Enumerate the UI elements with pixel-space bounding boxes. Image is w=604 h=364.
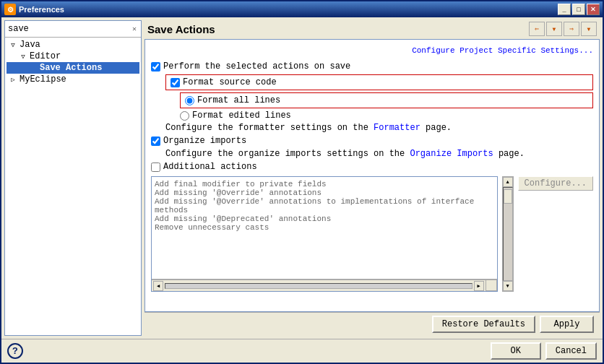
format-all-lines-label[interactable]: Format all lines (197, 95, 280, 105)
nav-forward-button[interactable]: ⇒ (564, 22, 579, 36)
nav-back-button[interactable]: ⇐ (529, 22, 545, 36)
format-all-lines-radio[interactable] (185, 96, 194, 105)
list-item: Add missing '@Override' annotations (155, 188, 494, 197)
nav-forward-dropdown[interactable]: ▼ (581, 22, 597, 36)
format-source-border: Format source code (165, 74, 593, 90)
close-button[interactable]: ✕ (587, 4, 600, 15)
tree-label-save-actions: Save Actions (38, 63, 102, 73)
list-item: Add final modifier to private fields (155, 180, 494, 188)
right-title: Save Actions (147, 23, 215, 35)
tree-label-editor: Editor (28, 51, 61, 61)
organize-imports-link[interactable]: Organize Imports (410, 149, 493, 159)
formatter-link[interactable]: Formatter (374, 123, 420, 133)
nav-back-dropdown[interactable]: ▼ (546, 22, 562, 36)
restore-defaults-button[interactable]: Restore Defaults (432, 316, 535, 333)
vertical-scrollbar[interactable]: ▲ ▼ (502, 176, 514, 292)
nav-buttons: ⇐ ▼ ⇒ ▼ (529, 22, 597, 36)
additional-actions-row: Additional actions (151, 162, 593, 172)
ok-cancel-area: OK Cancel (491, 342, 597, 360)
scroll-left-arrow[interactable]: ◀ (153, 281, 163, 291)
tree-item-myeclipse[interactable]: ▷ MyEclipse (7, 74, 139, 85)
configure-project-link[interactable]: Configure Project Specific Settings... (412, 46, 593, 55)
maximize-button[interactable]: □ (572, 4, 585, 15)
organize-description: Configure the organize imports settings … (165, 149, 593, 159)
horizontal-scroll-track[interactable] (165, 283, 473, 289)
list-item: Add missing '@Override' annotations to i… (155, 197, 494, 214)
right-panel: Save Actions ⇐ ▼ ⇒ ▼ Configure Project S… (144, 20, 600, 336)
scroll-down-arrow[interactable]: ▼ (503, 281, 513, 291)
tree-item-java[interactable]: ▽ Java (7, 39, 139, 51)
configure-button-area: Configure... (518, 176, 593, 292)
additional-wrapper: Add final modifier to private fields Add… (151, 176, 593, 292)
footer-bar: ? OK Cancel (1, 339, 603, 363)
organize-imports-label[interactable]: Organize imports (163, 136, 246, 146)
main-area: ✕ ▽ Java ▽ (1, 17, 603, 339)
list-item: Add missing '@Deprecated' annotations (155, 214, 494, 223)
content-area: ✕ ▽ Java ▽ (1, 17, 603, 363)
formatter-description: Configure the formatter settings on the … (165, 123, 593, 133)
format-edited-lines-radio[interactable] (180, 111, 189, 121)
cancel-button[interactable]: Cancel (545, 342, 597, 360)
format-section: Format source code Format all lines Form… (165, 74, 593, 133)
tree-item-save-actions[interactable]: Save Actions (7, 62, 139, 74)
left-panel: ✕ ▽ Java ▽ (4, 20, 142, 336)
perform-selected-label[interactable]: Perform the selected actions on save (163, 61, 350, 72)
tree-label-myeclipse: MyEclipse (18, 74, 66, 84)
additional-list-panel: Add final modifier to private fields Add… (151, 176, 498, 292)
apply-button[interactable]: Apply (540, 316, 594, 333)
format-source-checkbox[interactable] (171, 78, 180, 87)
organize-imports-checkbox[interactable] (151, 136, 160, 146)
tree-toggle-editor[interactable]: ▽ (18, 53, 28, 61)
tree-item-editor[interactable]: ▽ Editor (7, 51, 139, 62)
list-item: Remove unnecessary casts (155, 223, 494, 232)
help-button[interactable]: ? (7, 343, 23, 359)
minimize-button[interactable]: _ (558, 4, 571, 15)
additional-actions-label[interactable]: Additional actions (163, 162, 257, 172)
scroll-corner (486, 280, 497, 291)
configure-button[interactable]: Configure... (518, 176, 593, 191)
format-edited-row: Format edited lines (180, 110, 593, 121)
right-body: Configure Project Specific Settings... P… (144, 39, 600, 312)
additional-actions-checkbox[interactable] (151, 162, 160, 172)
additional-list: Add final modifier to private fields Add… (152, 177, 497, 279)
perform-selected-row: Perform the selected actions on save (151, 61, 593, 72)
window-title: Preferences (19, 5, 558, 14)
additional-items-list: Add final modifier to private fields Add… (155, 180, 494, 232)
search-input[interactable] (5, 21, 128, 37)
search-clear-button[interactable]: ✕ (128, 21, 141, 37)
search-box: ✕ (5, 21, 141, 38)
organize-imports-row: Organize imports (151, 136, 593, 146)
restore-apply-bar: Restore Defaults Apply (144, 312, 600, 336)
tree-toggle-save-actions (28, 64, 38, 72)
right-header: Save Actions ⇐ ▼ ⇒ ▼ (144, 20, 600, 39)
scroll-thumb[interactable] (504, 189, 512, 204)
window-controls: _ □ ✕ (558, 4, 600, 15)
tree-toggle-myeclipse[interactable]: ▷ (8, 76, 18, 84)
horizontal-scrollbar[interactable]: ◀ ▶ (152, 280, 486, 291)
vertical-scroll-track[interactable] (503, 187, 513, 281)
tree-label-java: Java (18, 40, 40, 50)
ok-button[interactable]: OK (491, 342, 541, 360)
format-edited-lines-label[interactable]: Format edited lines (192, 110, 291, 121)
config-link-area: Configure Project Specific Settings... (151, 46, 593, 56)
scroll-right-arrow[interactable]: ▶ (474, 281, 484, 291)
window-icon: ⚙ (4, 4, 16, 15)
format-all-lines-border: Format all lines (180, 92, 593, 108)
scroll-up-arrow[interactable]: ▲ (503, 177, 513, 187)
format-source-label[interactable]: Format source code (183, 77, 277, 87)
perform-selected-checkbox[interactable] (151, 62, 160, 72)
tree-toggle-java[interactable]: ▽ (8, 41, 18, 49)
tree-area: ▽ Java ▽ Editor (5, 38, 141, 335)
preferences-window: ⚙ Preferences _ □ ✕ ✕ (0, 0, 604, 364)
title-bar: ⚙ Preferences _ □ ✕ (1, 1, 603, 17)
